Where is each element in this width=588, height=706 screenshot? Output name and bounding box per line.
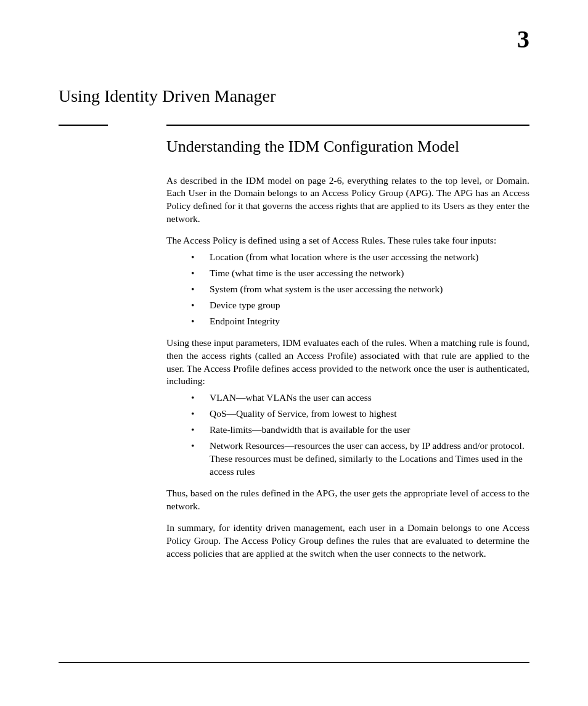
access-profile-list: VLAN—what VLANs the user can access QoS—… — [191, 392, 529, 478]
list-item: VLAN—what VLANs the user can access — [191, 392, 529, 404]
access-rules-inputs-list: Location (from what location where is th… — [191, 251, 529, 328]
chapter-title: Using Identity Driven Manager — [59, 86, 529, 106]
paragraph-2: The Access Policy is defined using a set… — [166, 234, 529, 247]
list-item: Endpoint Integrity — [191, 315, 529, 328]
list-item: Device type group — [191, 299, 529, 312]
paragraph-5: In summary, for identity driven manageme… — [166, 522, 529, 560]
section-title: Understanding the IDM Configuration Mode… — [166, 137, 529, 157]
paragraph-3: Using these input parameters, IDM evalua… — [166, 337, 529, 388]
list-item: QoS—Quality of Service, from lowest to h… — [191, 408, 529, 421]
list-item: Rate-limits—bandwidth that is available … — [191, 424, 529, 437]
document-page: 3 Using Identity Driven Manager Understa… — [0, 0, 588, 706]
list-item: System (from what system is the user acc… — [191, 283, 529, 296]
divider-right — [166, 125, 529, 126]
list-item: Network Resources—resources the user can… — [191, 440, 529, 478]
list-item: Location (from what location where is th… — [191, 251, 529, 264]
divider-left — [59, 125, 108, 126]
chapter-number: 3 — [517, 25, 529, 54]
list-item: Time (what time is the user accessing th… — [191, 267, 529, 280]
divider-gap — [108, 125, 166, 126]
footer-rule — [59, 662, 529, 663]
content-area: Understanding the IDM Configuration Mode… — [166, 137, 529, 560]
paragraph-4: Thus, based on the rules defined in the … — [166, 487, 529, 513]
divider-row — [59, 125, 529, 126]
paragraph-1: As described in the IDM model on page 2-… — [166, 174, 529, 226]
